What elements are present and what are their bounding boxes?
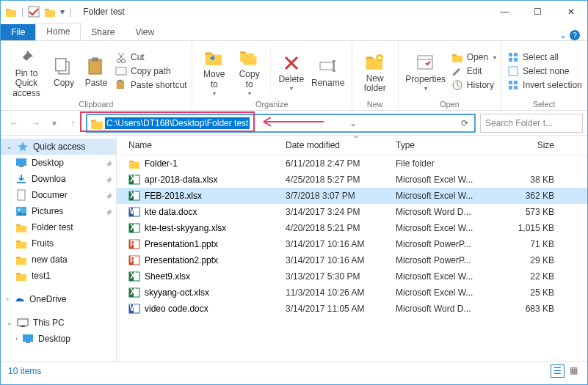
pin-to-quick-access-button[interactable]: Pin to Quick access	[5, 44, 48, 98]
help-icon[interactable]: ?	[570, 30, 580, 40]
nav-forward-button[interactable]: →	[27, 114, 45, 132]
selectnone-icon	[507, 65, 519, 77]
refresh-button[interactable]: ⟳	[457, 118, 473, 128]
delete-icon	[281, 53, 302, 73]
copyto-icon	[239, 48, 260, 68]
ribbon-collapse-icon[interactable]: ⌄	[559, 30, 567, 40]
delete-button[interactable]: Delete▾	[274, 44, 309, 98]
copy-to-button[interactable]: Copy to▾	[232, 44, 267, 98]
col-name[interactable]: Name	[117, 140, 286, 150]
sidebar-item-test1[interactable]: test1	[1, 268, 116, 284]
address-path[interactable]: C:\Users\DT168\Desktop\Folder test	[105, 117, 250, 129]
folder-icon	[5, 6, 17, 18]
sidebar-item-foldertest[interactable]: Folder test	[1, 219, 116, 235]
move-to-button[interactable]: Move to▾	[197, 44, 232, 98]
copy-path-button[interactable]: Copy path	[115, 65, 187, 77]
desktop-icon	[15, 157, 27, 169]
rename-button[interactable]: Rename	[309, 44, 347, 98]
view-icons-button[interactable]: ▦	[567, 364, 580, 378]
qat-caret[interactable]: ▾	[60, 7, 65, 17]
file-name: Presentation1.pptx	[145, 239, 218, 249]
tab-view[interactable]: View	[125, 24, 164, 40]
nav-recent-caret[interactable]: ▾	[49, 114, 59, 132]
nav-pane[interactable]: ⌄Quick access Desktop Downloa Documer Pi…	[1, 136, 117, 362]
rename-icon	[318, 56, 338, 77]
group-label-new: New	[357, 98, 393, 110]
sidebar-item-newdata[interactable]: new data	[1, 252, 116, 268]
history-button[interactable]: History	[451, 79, 496, 91]
file-type: File folder	[396, 158, 506, 169]
file-size: 362 KB	[506, 191, 566, 201]
edit-icon	[451, 65, 463, 77]
minimize-button[interactable]: —	[488, 1, 521, 23]
file-date: 3/7/2018 3:07 PM	[286, 191, 396, 201]
group-label-open: Open	[403, 98, 496, 110]
paste-button[interactable]: Paste	[80, 44, 112, 98]
group-label-select: Select	[506, 98, 582, 110]
nav-up-button[interactable]: ↑	[64, 114, 81, 132]
folder-icon	[15, 238, 27, 249]
col-date[interactable]: Date modified	[286, 140, 396, 150]
group-label-clipboard: Clipboard	[5, 98, 187, 110]
maximize-button[interactable]: ☐	[521, 1, 554, 23]
file-date: 4/25/2018 5:27 PM	[286, 175, 396, 185]
pin-icon	[103, 175, 112, 183]
sidebar-item-desktop[interactable]: Desktop	[1, 155, 116, 171]
select-all-button[interactable]: Select all	[507, 51, 582, 63]
sidebar-item-pictures[interactable]: Pictures	[1, 203, 116, 219]
downloads-icon	[15, 173, 27, 185]
main-area: ⌄Quick access Desktop Downloa Documer Pi…	[1, 136, 587, 362]
file-type: Microsoft Excel W...	[396, 271, 506, 282]
sidebar-item-fruits[interactable]: Fruits	[1, 235, 116, 252]
open-icon	[451, 51, 463, 63]
file-size: 38 KB	[506, 175, 566, 185]
paste-shortcut-button[interactable]: Paste shortcut	[115, 79, 187, 91]
file-row[interactable]: FEB-2018.xlsx3/7/2018 3:07 PMMicrosoft E…	[117, 188, 587, 204]
sidebar-item-thispc[interactable]: ⌄This PC	[1, 315, 116, 331]
search-input[interactable]: Search Folder t...	[480, 114, 583, 133]
open-button[interactable]: Open▾	[451, 51, 496, 63]
tab-file[interactable]: File	[1, 24, 35, 40]
paste-icon	[86, 56, 106, 77]
file-name: skyyang-oct.xlsx	[145, 287, 209, 298]
properties-button[interactable]: Properties▾	[403, 44, 449, 98]
file-row[interactable]: Presentation1.pptx3/14/2017 10:16 AMMicr…	[117, 236, 587, 252]
file-type: Microsoft PowerP...	[396, 239, 506, 249]
checkbox-icon[interactable]	[28, 6, 40, 18]
copy-icon	[54, 56, 74, 77]
sidebar-item-quickaccess[interactable]: ⌄Quick access	[1, 139, 116, 155]
col-type[interactable]: Type	[396, 140, 506, 150]
file-row[interactable]: Folder-16/11/2018 2:47 PMFile folder	[117, 155, 587, 172]
address-bar[interactable]: C:\Users\DT168\Desktop\Folder test ⌄ ⟳	[86, 114, 476, 133]
folder-icon	[128, 158, 140, 169]
view-details-button[interactable]: ☰	[551, 364, 565, 378]
new-folder-button[interactable]: New folder	[357, 44, 393, 98]
folder-icon-2	[44, 6, 56, 18]
file-type: Microsoft Excel W...	[396, 175, 506, 185]
sidebar-item-documents[interactable]: Documer	[1, 187, 116, 203]
file-name: kte data.docx	[145, 207, 197, 217]
sidebar-item-onedrive[interactable]: ›OneDrive	[1, 291, 116, 307]
file-row[interactable]: skyyang-oct.xlsx11/3/2014 10:26 AMMicros…	[117, 285, 587, 301]
select-none-button[interactable]: Select none	[507, 65, 582, 77]
nav-back-button[interactable]: ←	[5, 114, 23, 132]
cut-button[interactable]: Cut	[115, 51, 187, 63]
tab-share[interactable]: Share	[81, 24, 125, 40]
file-row[interactable]: Sheet9.xlsx3/13/2017 5:30 PMMicrosoft Ex…	[117, 268, 587, 285]
file-row[interactable]: Presentation2.pptx3/14/2017 10:16 AMMicr…	[117, 252, 587, 268]
file-date: 3/14/2017 11:05 AM	[286, 304, 396, 314]
copy-button[interactable]: Copy	[48, 44, 80, 98]
close-button[interactable]: ✕	[554, 1, 587, 23]
file-row[interactable]: kte-test-skyyang.xlsx4/20/2018 5:21 PMMi…	[117, 220, 587, 236]
pptx-icon	[128, 254, 140, 266]
sidebar-item-downloads[interactable]: Downloa	[1, 171, 116, 187]
address-caret[interactable]: ⌄	[345, 118, 361, 128]
file-row[interactable]: kte data.docx3/14/2017 3:24 PMMicrosoft …	[117, 204, 587, 220]
tab-home[interactable]: Home	[35, 23, 81, 40]
col-size[interactable]: Size	[506, 140, 566, 150]
invert-selection-button[interactable]: Invert selection	[507, 79, 582, 91]
file-row[interactable]: video code.docx3/14/2017 11:05 AMMicroso…	[117, 301, 587, 317]
sidebar-item-desktop2[interactable]: ›Desktop	[1, 331, 116, 347]
edit-button[interactable]: Edit	[451, 65, 496, 77]
file-row[interactable]: apr-2018-data.xlsx4/25/2018 5:27 PMMicro…	[117, 172, 587, 188]
